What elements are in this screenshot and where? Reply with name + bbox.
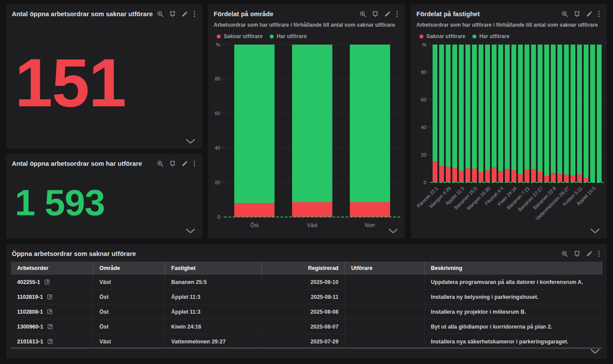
bar-column [589, 45, 596, 182]
bar-column [517, 45, 524, 182]
table-cell: Byt ut alla glödlampor i korridorerna på… [425, 319, 602, 334]
bar-segment-har-utforare [446, 45, 451, 167]
panel-actions [359, 10, 399, 18]
bar-segment-saknar-utforare [433, 161, 437, 182]
bar-segment-saknar-utforare [544, 176, 549, 182]
zoom-in-icon[interactable] [561, 10, 569, 18]
panel-expand-button[interactable] [589, 228, 601, 234]
legend-item-saknar-utforare[interactable]: Saknar utförare [419, 33, 465, 39]
horizontal-scrollbar[interactable] [11, 347, 602, 349]
stacked-bar-Äpplet 15:5 [590, 45, 595, 182]
panel-expand-button[interactable] [589, 348, 601, 355]
table-cell: 2025-08-10 [262, 275, 345, 289]
column-header-2[interactable]: Område [93, 262, 165, 275]
bar-column [432, 45, 438, 182]
y-axis-label: 20 [215, 180, 220, 185]
external-link-icon[interactable] [47, 294, 53, 300]
zoom-in-icon[interactable] [359, 10, 367, 18]
menu-kebab-icon[interactable] [597, 10, 601, 18]
bar-segment-saknar-utforare [571, 175, 575, 182]
chevron-down-icon [590, 349, 600, 354]
x-axis-label: Öst [250, 222, 259, 228]
zoom-in-icon[interactable] [561, 250, 569, 258]
external-link-icon[interactable] [47, 309, 53, 315]
table-cell: Öst [93, 290, 165, 304]
column-header-5[interactable]: Utförare [345, 262, 425, 275]
panel-expand-button[interactable] [387, 228, 399, 234]
table-row: 1102819-1ÖstÄpplet 11:32025-08-11Install… [11, 290, 602, 304]
legend-dot-green [270, 35, 274, 38]
bar-column [550, 45, 557, 182]
stacked-bar [597, 45, 602, 182]
bar-segment-har-utforare [551, 45, 556, 173]
menu-kebab-icon[interactable] [597, 250, 601, 258]
column-header-1[interactable]: Arbetsorder [11, 262, 93, 275]
edit-pencil-icon[interactable] [181, 10, 188, 18]
menu-kebab-icon[interactable] [193, 160, 196, 168]
legend-item-har-utforare[interactable]: Har utförare [472, 33, 510, 39]
edit-pencil-icon[interactable] [384, 10, 391, 18]
stacked-bar [584, 45, 588, 182]
table-cell [345, 319, 425, 334]
legend-label: Saknar utförare [224, 33, 263, 39]
column-header-6[interactable]: Beskrivning [425, 262, 602, 275]
panel-expand-button[interactable] [184, 228, 197, 234]
chevron-down-icon [185, 139, 196, 144]
bar-segment-saknar-utforare [557, 174, 562, 182]
panel-actions [561, 250, 601, 258]
y-axis-tick [222, 113, 225, 114]
edit-pencil-icon[interactable] [181, 160, 188, 168]
external-link-icon[interactable] [47, 339, 53, 344]
y-axis-label: 0 [424, 180, 426, 185]
bar-column [524, 45, 530, 182]
table-cell: 2025-07-29 [262, 334, 345, 349]
legend-item-har-utforare[interactable]: Har utförare [270, 33, 307, 39]
alert-bell-icon[interactable] [371, 10, 379, 18]
y-axis-tick [428, 99, 431, 100]
panel-oppna-arbetsordrar-tabell: Öppna arbetsordrar som saknar utförare A… [6, 244, 607, 359]
external-link-icon[interactable] [47, 324, 53, 329]
y-axis-tick [222, 79, 225, 79]
alert-bell-icon[interactable] [573, 10, 581, 18]
edit-pencil-icon[interactable] [585, 250, 593, 258]
legend-item-saknar-utforare[interactable]: Saknar utförare [217, 33, 263, 39]
table-cell: Väst [93, 334, 165, 349]
panel-title: Fördelat på område [214, 10, 273, 18]
panel-expand-button[interactable] [184, 138, 197, 145]
stacked-bar-chart-fastighet: %806040200Päronet 22:1Mangon 4:29Äpplet … [432, 45, 602, 182]
bar-segment-saknar-utforare [350, 202, 390, 217]
zoom-in-icon[interactable] [156, 160, 164, 168]
stacked-bar [465, 45, 470, 182]
bar-segment-har-utforare [531, 45, 536, 169]
bar-column [504, 45, 511, 182]
alert-bell-icon[interactable] [169, 10, 176, 18]
table-cell: Installera nya säkerhetskameror i parker… [425, 334, 602, 349]
stacked-bar [531, 45, 536, 182]
column-header-3[interactable]: Fastighet [165, 262, 262, 275]
table-cell [345, 304, 425, 319]
stacked-bar-Kiwin 24:16 [511, 45, 516, 182]
panel-header: Antal öppna arbetsordrar som har utförar… [6, 154, 202, 168]
bars [225, 45, 399, 217]
alert-bell-icon[interactable] [573, 250, 581, 258]
bar-segment-saknar-utforare [292, 202, 332, 217]
menu-kebab-icon[interactable] [193, 10, 196, 18]
stacked-bar [557, 45, 562, 182]
menu-kebab-icon[interactable] [395, 10, 399, 18]
table-cell: Äpplet 11:3 [165, 290, 262, 304]
edit-pencil-icon[interactable] [585, 10, 593, 18]
external-link-icon[interactable] [44, 279, 50, 285]
y-axis-tick [428, 127, 431, 127]
stacked-bar [479, 45, 483, 182]
column-header-4[interactable]: Registrerad [262, 262, 345, 275]
bar-segment-har-utforare [465, 45, 470, 168]
bar-segment-saknar-utforare [459, 171, 464, 182]
bar-column [451, 45, 458, 182]
alert-bell-icon[interactable] [169, 160, 176, 168]
table-cell: Bananen 25:5 [165, 275, 262, 289]
panel-stat-har-utforare: Antal öppna arbetsordrar som har utförar… [6, 154, 202, 238]
y-axis-tick [428, 154, 431, 155]
zoom-in-icon[interactable] [156, 10, 164, 18]
bar-column [341, 45, 399, 217]
stacked-bar-Mangon 16:30 [485, 45, 490, 182]
